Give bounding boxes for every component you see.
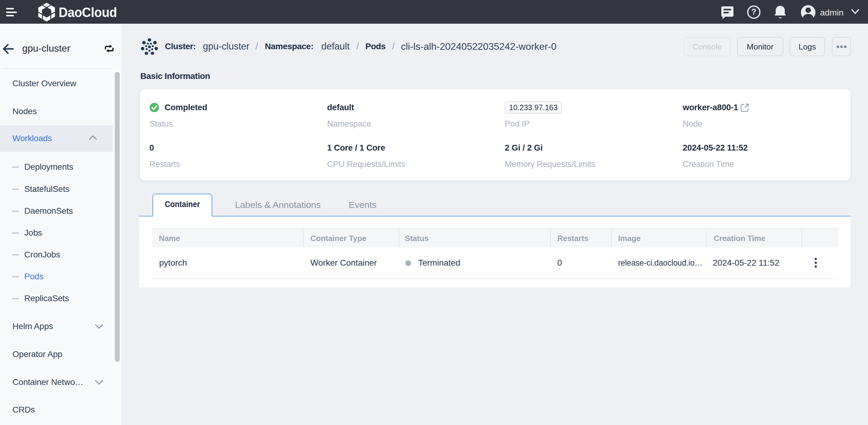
svg-text:?: ? — [751, 7, 756, 17]
